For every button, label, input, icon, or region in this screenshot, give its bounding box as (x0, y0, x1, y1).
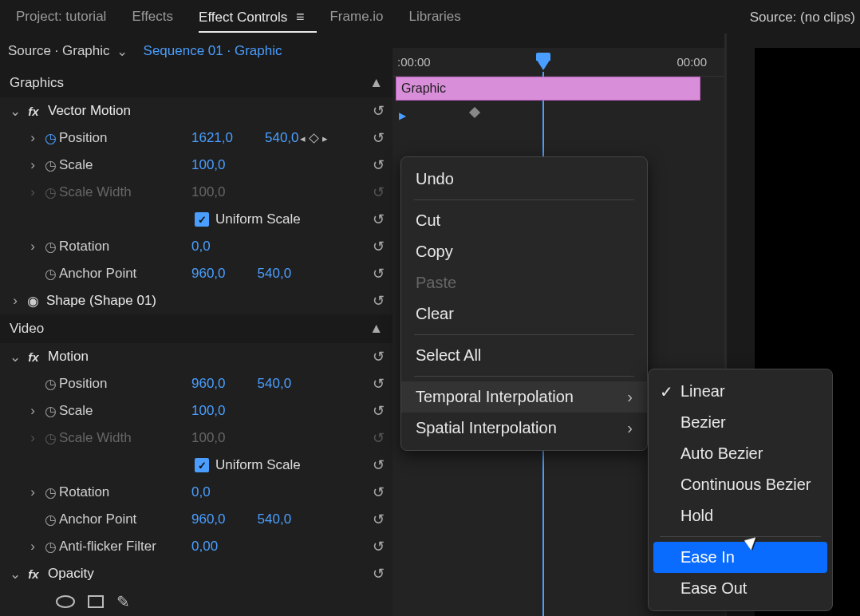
tab-effects[interactable]: Effects (119, 2, 186, 31)
value[interactable]: 0,0 (191, 239, 211, 255)
tab-effect-controls[interactable]: Effect Controls ≡ (186, 2, 317, 32)
value[interactable]: 100,0 (191, 403, 226, 419)
stopwatch-icon[interactable]: ◷ (41, 266, 59, 282)
clip-bar[interactable]: Graphic (396, 77, 700, 101)
menu-undo[interactable]: Undo (401, 164, 647, 195)
value[interactable]: 0,00 (191, 539, 218, 555)
menu-cut[interactable]: Cut (401, 205, 647, 236)
reset-icon[interactable]: ↺ (373, 129, 385, 147)
twirl-icon[interactable]: › (24, 157, 41, 173)
twirl-icon[interactable]: › (24, 539, 41, 555)
collapse-triangle-icon[interactable]: ▲ (369, 75, 383, 91)
stopwatch-icon[interactable]: ◷ (41, 376, 59, 393)
value-x[interactable]: 960,0 (191, 376, 226, 392)
collapse-triangle-icon[interactable]: ▲ (369, 321, 383, 337)
value-y[interactable]: 540,0 (258, 376, 292, 392)
pen-mask-icon[interactable]: ✎ (116, 592, 130, 611)
playhead-icon[interactable] (536, 59, 550, 70)
menu-clear[interactable]: Clear (401, 298, 647, 330)
twirl-icon[interactable]: › (6, 293, 24, 309)
stopwatch-icon[interactable]: ◷ (41, 484, 59, 501)
menu-separator (414, 376, 634, 377)
uniform-scale-checkbox[interactable]: ✓ (195, 458, 209, 472)
reset-icon[interactable]: ↺ (373, 375, 385, 393)
twirl-icon[interactable]: ⌄ (6, 566, 24, 582)
twirl-icon[interactable]: › (24, 403, 41, 419)
group-motion[interactable]: ⌄ fx Motion ↺ (0, 343, 393, 370)
context-menu: Undo Cut Copy Paste Clear Select All Tem… (400, 156, 648, 451)
reset-icon[interactable]: ↺ (373, 156, 385, 174)
value-y[interactable]: 540,0 (258, 266, 292, 282)
group-shape[interactable]: › ◉ Shape (Shape 01) ↺ (0, 287, 393, 314)
tab-frameio[interactable]: Frame.io (317, 2, 396, 31)
menu-select-all[interactable]: Select All (401, 340, 647, 371)
prop-label: Anti-flicker Filter (59, 539, 156, 555)
reset-icon[interactable]: ↺ (373, 211, 385, 228)
submenu-continuous-bezier[interactable]: Continuous Bezier (649, 469, 832, 500)
chevron-down-icon[interactable]: ⌄ (116, 43, 128, 60)
reset-icon[interactable]: ↺ (373, 348, 385, 365)
fx-icon[interactable]: fx (24, 350, 43, 364)
reset-icon[interactable]: ↺ (373, 402, 385, 420)
tab-project[interactable]: Project: tutorial (3, 2, 119, 31)
twirl-icon[interactable]: › (24, 239, 41, 255)
ellipse-mask-icon[interactable] (56, 595, 75, 608)
tab-libraries[interactable]: Libraries (396, 2, 474, 31)
value-y[interactable]: 540,0 (265, 130, 299, 146)
group-vector-motion[interactable]: ⌄ fx Vector Motion ↺ (0, 97, 393, 124)
fx-icon[interactable]: fx (24, 567, 43, 581)
breadcrumb-source[interactable]: Source · Graphic (8, 43, 110, 59)
reset-icon[interactable]: ↺ (373, 292, 385, 310)
stopwatch-icon[interactable]: ◷ (41, 403, 59, 420)
reset-icon[interactable]: ↺ (373, 238, 385, 255)
reset-icon[interactable]: ↺ (373, 538, 385, 555)
twirl-icon[interactable]: › (24, 484, 41, 500)
stopwatch-icon[interactable]: ◷ (41, 511, 59, 528)
section-video[interactable]: Video ▲ (0, 314, 393, 343)
reset-icon[interactable]: ↺ (373, 102, 385, 120)
menu-spatial-interpolation[interactable]: Spatial Interpolation › (401, 413, 647, 444)
stopwatch-icon[interactable]: ◷ (41, 239, 59, 255)
keyframe-track[interactable]: ▶ (393, 101, 724, 128)
add-keyframe-icon[interactable] (309, 133, 319, 144)
rectangle-mask-icon[interactable] (88, 595, 104, 608)
stopwatch-icon[interactable]: ◷ (41, 539, 59, 555)
keyframe-diamond-icon[interactable] (469, 107, 480, 118)
value[interactable]: 100,0 (191, 157, 226, 173)
fx-icon[interactable]: fx (24, 105, 43, 118)
source-panel-title[interactable]: Source: (no clips) (750, 10, 855, 26)
menu-copy[interactable]: Copy (401, 236, 647, 267)
submenu-linear[interactable]: ✓ Linear (649, 376, 832, 407)
reset-icon[interactable]: ↺ (373, 511, 385, 528)
value-y[interactable]: 540,0 (258, 511, 292, 527)
menu-paste: Paste (401, 267, 647, 298)
visibility-icon[interactable]: ◉ (24, 293, 41, 310)
menu-temporal-interpolation[interactable]: Temporal Interpolation › (401, 381, 647, 413)
submenu-bezier[interactable]: Bezier (649, 407, 832, 438)
submenu-ease-in[interactable]: Ease In (653, 542, 827, 573)
group-opacity[interactable]: ⌄ fx Opacity ↺ (0, 560, 393, 587)
tab-menu-icon[interactable]: ≡ (296, 9, 305, 25)
twirl-icon[interactable]: › (24, 130, 41, 146)
reset-icon[interactable]: ↺ (373, 265, 385, 282)
value[interactable]: 0,0 (191, 484, 211, 500)
keyframe-navigator[interactable]: ◂ ▸ (300, 132, 328, 144)
submenu-hold[interactable]: Hold (649, 500, 832, 531)
uniform-scale-checkbox[interactable]: ✓ (195, 212, 209, 227)
value-x[interactable]: 960,0 (191, 266, 226, 282)
time-ruler[interactable]: :00:00 00:00 (393, 48, 724, 77)
reset-icon[interactable]: ↺ (373, 456, 385, 474)
stopwatch-icon[interactable]: ◷ (41, 157, 59, 174)
section-graphics[interactable]: Graphics ▲ (0, 69, 393, 97)
value-x[interactable]: 1621,0 (191, 130, 233, 146)
submenu-auto-bezier[interactable]: Auto Bezier (649, 438, 832, 469)
value-x[interactable]: 960,0 (191, 511, 226, 527)
reset-icon[interactable]: ↺ (373, 484, 385, 501)
stopwatch-icon[interactable]: ◷ (41, 130, 59, 147)
breadcrumb-sequence[interactable]: Sequence 01 · Graphic (144, 43, 282, 59)
submenu-ease-out[interactable]: Ease Out (649, 573, 832, 604)
keyframe-marker-icon[interactable]: ▶ (399, 110, 406, 121)
twirl-icon[interactable]: ⌄ (6, 103, 24, 120)
reset-icon[interactable]: ↺ (373, 565, 385, 582)
twirl-icon[interactable]: ⌄ (6, 349, 24, 365)
